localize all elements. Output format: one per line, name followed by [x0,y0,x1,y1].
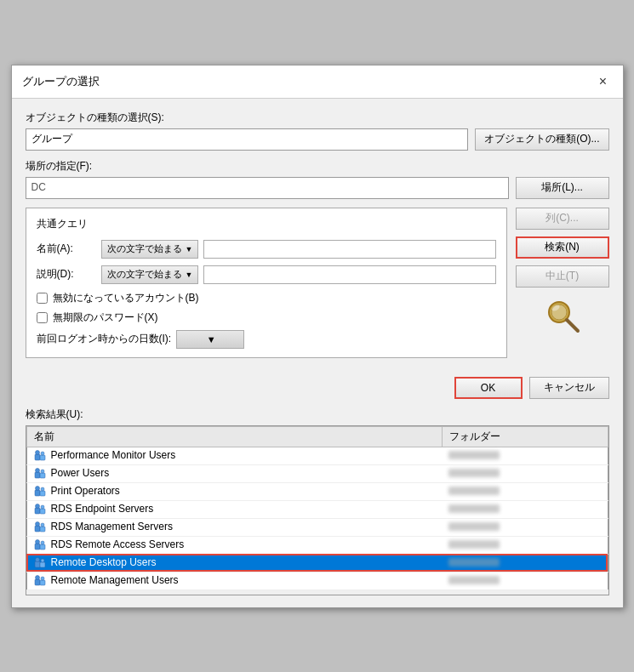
svg-rect-10 [40,473,45,478]
svg-point-31 [41,559,44,562]
desc-query-label: 説明(D): [37,267,96,282]
group-icon [34,503,48,516]
svg-point-13 [35,486,39,490]
group-icon [34,467,48,481]
row-name-text: Print Operators [51,485,120,497]
svg-rect-12 [35,490,40,496]
checkbox-disabled-accounts[interactable] [37,293,48,304]
svg-rect-8 [35,472,40,478]
name-dropdown-label: 次の文字で始まる [107,242,182,255]
table-row[interactable]: Performance Monitor Users [26,447,608,464]
magnifier-icon [544,297,581,334]
object-type-label: オブジェクトの種類の選択(S): [26,111,609,125]
days-label: 前回ログオン時からの日数(I): [37,332,172,346]
row-name-text: Power Users [51,467,110,479]
col-folder-header: フォルダー [442,426,608,447]
row-name-text: RDS Management Servers [51,521,173,532]
object-type-input[interactable] [26,128,469,151]
svg-point-9 [35,468,39,472]
svg-point-23 [41,523,44,527]
row-name-text: Performance Monitor Users [51,449,176,461]
ok-button[interactable]: OK [454,377,523,399]
group-icon [34,574,48,588]
svg-rect-16 [35,508,40,514]
query-left: 共通クエリ 名前(A): 次の文字で始まる ▼ 説明(D): [26,208,507,368]
svg-point-33 [35,575,39,579]
folder-blur-text [448,469,500,477]
days-dropdown[interactable]: ▼ [176,330,244,349]
desc-dropdown[interactable]: 次の文字で始まる ▼ [101,265,199,284]
svg-point-11 [41,470,44,473]
results-label: 検索結果(U): [26,407,609,422]
group-icon [34,556,48,570]
table-row[interactable]: Remote Management Users [26,572,608,589]
name-dropdown[interactable]: 次の文字で始まる ▼ [101,240,199,259]
group-icon [34,538,48,552]
folder-blur-text [448,487,500,495]
name-query-row: 名前(A): 次の文字で始まる ▼ [37,240,496,259]
stop-button[interactable]: 中止(T) [516,265,609,288]
desc-dropdown-label: 次の文字で始まる [107,268,182,281]
location-button[interactable]: 場所(L)... [516,177,609,199]
name-dropdown-arrow: ▼ [186,245,193,253]
desc-query-input[interactable] [203,265,495,284]
svg-rect-26 [40,544,45,550]
row-name-text: Remote Desktop Users [51,556,157,568]
object-type-row: オブジェクトの種類(O)... [26,128,609,151]
query-title: 共通クエリ [37,217,496,231]
row-name: RDS Management Servers [26,518,442,536]
days-dropdown-value [182,334,203,345]
svg-rect-18 [40,509,45,514]
folder-blur-text [448,540,500,549]
row-name: Print Operators [26,482,442,500]
location-input[interactable] [26,177,509,199]
results-table-container[interactable]: 名前 フォルダー Performance Monitor Users Power… [26,425,609,595]
cancel-button[interactable]: キャンセル [529,377,609,399]
folder-blur-text [448,451,500,459]
table-row[interactable]: Power Users [26,464,608,482]
row-folder [442,464,608,482]
table-row[interactable]: Remote Desktop Users [26,554,608,572]
row-name: Power Users [26,464,442,482]
ok-cancel-row: OK キャンセル [26,377,609,399]
svg-point-17 [35,504,39,508]
folder-blur-text [448,576,500,584]
svg-point-27 [41,541,44,544]
svg-point-35 [41,577,44,580]
row-name: Remote Management Users [26,572,442,589]
close-button[interactable]: × [594,72,613,91]
svg-point-21 [35,521,39,526]
location-row: 場所(L)... [26,177,609,199]
svg-rect-20 [35,526,40,532]
group-icon [34,449,48,463]
folder-blur-text [448,504,500,513]
svg-rect-6 [40,455,45,460]
group-icon [34,521,48,534]
svg-point-5 [35,450,39,454]
name-query-input[interactable] [203,240,495,259]
svg-rect-22 [40,527,45,532]
query-section: 共通クエリ 名前(A): 次の文字で始まる ▼ 説明(D): [26,208,609,368]
row-name-text: Remote Management Users [51,574,179,586]
svg-rect-14 [40,491,45,496]
table-row[interactable]: RDS Endpoint Servers [26,500,608,518]
search-button[interactable]: 検索(N) [516,236,609,259]
checkbox-no-expiry-pwd[interactable] [37,312,48,323]
svg-rect-24 [35,544,40,550]
desc-dropdown-arrow: ▼ [186,271,193,279]
main-dialog: グループの選択 × オブジェクトの種類の選択(S): オブジェクトの種類(O).… [11,65,624,608]
dialog-title: グループの選択 [22,74,100,89]
group-icon [34,485,48,498]
svg-rect-32 [35,579,40,585]
row-name: Remote Desktop Users [26,554,442,572]
object-type-button[interactable]: オブジェクトの種類(O)... [475,128,608,151]
table-row[interactable]: RDS Remote Access Servers [26,536,608,554]
table-row[interactable]: RDS Management Servers [26,518,608,536]
columns-button[interactable]: 列(C)... [516,208,609,230]
location-label: 場所の指定(F): [26,159,609,174]
table-row[interactable]: Print Operators [26,482,608,500]
row-name: RDS Endpoint Servers [26,500,442,518]
days-row: 前回ログオン時からの日数(I): ▼ [37,330,496,349]
search-icon-area [516,294,609,337]
row-name-text: RDS Remote Access Servers [51,538,185,550]
